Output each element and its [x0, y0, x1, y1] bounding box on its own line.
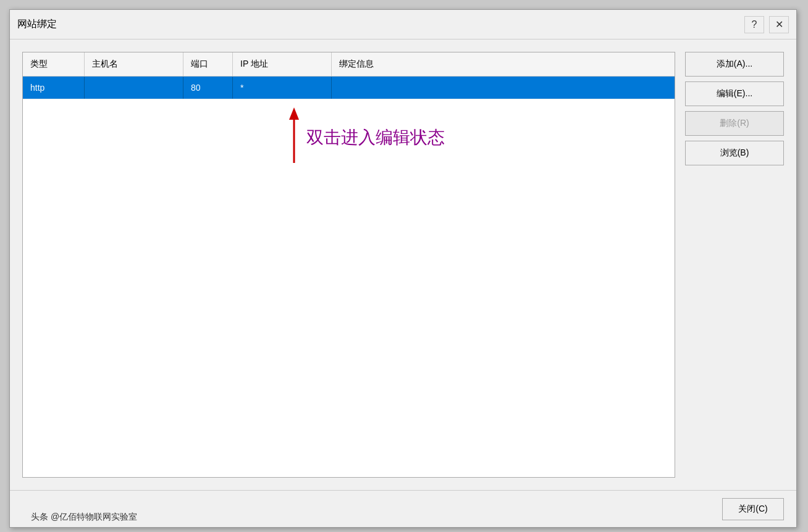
- svg-marker-1: [289, 107, 299, 120]
- col-binding-info: 绑定信息: [332, 52, 675, 76]
- col-ip: IP 地址: [233, 52, 332, 76]
- cell-port: 80: [183, 77, 233, 99]
- watermark: 头条 @亿佰特物联网实验室: [31, 512, 137, 523]
- cell-binding-info: [332, 77, 675, 99]
- title-bar: 网站绑定 ? ✕: [10, 10, 796, 39]
- col-hostname: 主机名: [85, 52, 183, 76]
- edit-button[interactable]: 编辑(E)...: [685, 81, 784, 106]
- close-icon-button[interactable]: ✕: [769, 16, 789, 33]
- content-area: 类型 主机名 端口 IP 地址 绑定信息 http 80 * 添加(A)... …: [10, 39, 796, 490]
- table-row[interactable]: http 80 *: [23, 77, 675, 99]
- annotation-text: 双击进入编辑状态: [306, 126, 445, 149]
- cell-ip: *: [233, 77, 332, 99]
- cell-type: http: [23, 77, 85, 99]
- sidebar-buttons: 添加(A)... 编辑(E)... 删除(R) 浏览(B): [685, 52, 784, 478]
- dialog-window: 网站绑定 ? ✕ 类型 主机名 端口 IP 地址 绑定信息 http 80 *: [9, 9, 797, 528]
- cell-hostname: [85, 77, 183, 99]
- table-body: http 80 *: [23, 77, 675, 99]
- title-buttons: ? ✕: [744, 16, 789, 33]
- add-button[interactable]: 添加(A)...: [685, 52, 784, 77]
- browse-button[interactable]: 浏览(B): [685, 141, 784, 165]
- help-button[interactable]: ?: [744, 16, 764, 33]
- footer-close-button[interactable]: 关闭(C): [722, 498, 784, 520]
- col-port: 端口: [183, 52, 233, 76]
- dialog-title: 网站绑定: [17, 18, 57, 31]
- table-header: 类型 主机名 端口 IP 地址 绑定信息: [23, 52, 675, 77]
- col-type: 类型: [23, 52, 85, 76]
- delete-button[interactable]: 删除(R): [685, 111, 784, 136]
- annotation-container: 双击进入编辑状态: [269, 101, 393, 178]
